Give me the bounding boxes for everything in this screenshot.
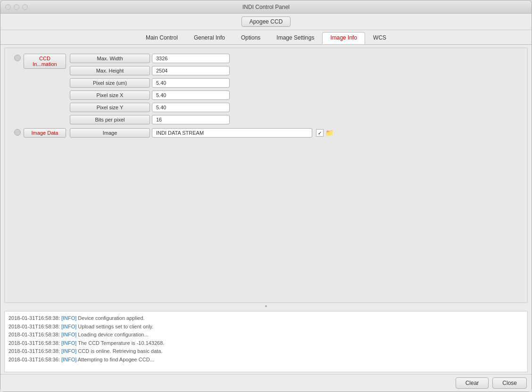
field-row-max-height: Max. Height 2504 [70,66,518,75]
tab-wcs[interactable]: WCS [365,32,394,44]
scrollbar-indicator: ● [0,303,532,309]
pixel-size-x-value: 5.40 [152,90,230,100]
content-panel: CCD In...mation Max. Width 3326 Max. Hei… [4,48,528,303]
clear-button[interactable]: Clear [456,377,489,389]
tab-general-info[interactable]: General Info [186,32,233,44]
field-row-max-width: Max. Width 3326 [70,54,518,63]
log-timestamp-3: 2018-01-31T16:58:38: [8,332,61,337]
bottom-bar: Clear Close [0,374,532,392]
traffic-lights [5,4,28,10]
pixel-size-y-value: 5.40 [152,103,230,112]
image-field-label: Image [70,128,150,138]
log-message-5: CCD is online. Retrieving basic data. [76,348,162,354]
field-row-bits-per-pixel: Bits per pixel 16 [70,115,518,124]
log-entry-5: 2018-01-31T16:58:38: [INFO] CCD is onlin… [8,347,524,356]
log-panel: 2018-01-31T16:58:38: [INFO] Device confi… [4,311,528,372]
log-timestamp-5: 2018-01-31T16:58:38: [8,348,61,354]
max-width-value: 3326 [152,54,230,63]
main-area: CCD In...mation Max. Width 3326 Max. Hei… [0,45,532,392]
log-message-1: Device configuration applied. [76,315,144,321]
title-bar: INDI Control Panel [0,0,532,14]
log-tag-5: [INFO] [61,348,76,354]
log-tag-4: [INFO] [61,340,76,346]
window-title: INDI Control Panel [242,4,290,10]
log-message-3: Loading device configuration... [76,332,148,337]
pixel-size-y-label: Pixel size Y [70,103,150,112]
max-height-label: Max. Height [70,66,150,75]
ccd-section-label: CCD In...mation [24,54,66,69]
max-height-value: 2504 [152,66,230,75]
image-data-indicator [14,129,21,136]
log-entry-1: 2018-01-31T16:58:38: [INFO] Device confi… [8,314,524,323]
image-data-section: Image Data Image INDI DATA STREAM ✓ 📁 [14,128,518,138]
log-tag-6: [INFO] [61,357,76,362]
minimize-button[interactable] [14,4,19,10]
pixel-size-um-label: Pixel size (um) [70,78,150,88]
image-field-value: INDI DATA STREAM [152,128,312,138]
log-entry-4: 2018-01-31T16:58:38: [INFO] The CCD Temp… [8,339,524,348]
device-bar: Apogee CCD [0,14,532,30]
log-tag-1: [INFO] [61,315,76,321]
pixel-size-x-label: Pixel size X [70,90,150,100]
ccd-section-indicator [14,55,21,61]
log-entry-2: 2018-01-31T16:58:38: [INFO] Upload setti… [8,323,524,331]
log-entry-6: 2018-01-31T16:58:36: [INFO] Attempting t… [8,356,524,364]
max-width-label: Max. Width [70,54,150,63]
tabs-bar: Main Control General Info Options Image … [0,30,532,45]
log-tag-2: [INFO] [61,324,76,329]
main-window: INDI Control Panel Apogee CCD Main Contr… [0,0,532,392]
field-row-pixel-size-y: Pixel size Y 5.40 [70,103,518,112]
log-timestamp-2: 2018-01-31T16:58:38: [8,324,61,329]
close-window-button[interactable]: Close [492,377,527,389]
log-timestamp-4: 2018-01-31T16:58:38: [8,340,61,346]
field-row-pixel-size-x: Pixel size X 5.40 [70,90,518,100]
image-fields-list: Image INDI DATA STREAM ✓ 📁 [70,128,518,138]
image-data-label: Image Data [24,128,66,138]
log-message-2: Upload settings set to client only. [76,324,153,329]
log-timestamp-1: 2018-01-31T16:58:38: [8,315,61,321]
pixel-size-um-value: 5.40 [152,78,230,88]
image-row: Image INDI DATA STREAM ✓ 📁 [70,128,518,138]
tab-main-control[interactable]: Main Control [138,32,186,44]
bits-per-pixel-label: Bits per pixel [70,115,150,124]
image-controls: ✓ 📁 [316,129,333,137]
ccd-fields-list: Max. Width 3326 Max. Height 2504 Pixel s… [70,54,518,124]
tab-image-info[interactable]: Image Info [322,32,365,44]
tab-options[interactable]: Options [233,32,268,44]
log-timestamp-6: 2018-01-31T16:58:36: [8,357,61,362]
log-entry-3: 2018-01-31T16:58:38: [INFO] Loading devi… [8,331,524,339]
device-button[interactable]: Apogee CCD [241,16,291,27]
ccd-information-section: CCD In...mation Max. Width 3326 Max. Hei… [14,54,518,124]
log-message-6: Attempting to find Apogee CCD... [76,357,154,362]
folder-icon[interactable]: 📁 [325,129,333,137]
bits-per-pixel-value: 16 [152,115,230,124]
log-message-4: The CCD Temperature is -10.143268. [76,340,164,346]
tab-image-settings[interactable]: Image Settings [268,32,322,44]
maximize-button[interactable] [22,4,28,10]
image-checkbox[interactable]: ✓ [316,129,324,137]
log-tag-3: [INFO] [61,332,76,337]
close-button[interactable] [5,4,11,10]
field-row-pixel-size-um: Pixel size (um) 5.40 [70,78,518,88]
